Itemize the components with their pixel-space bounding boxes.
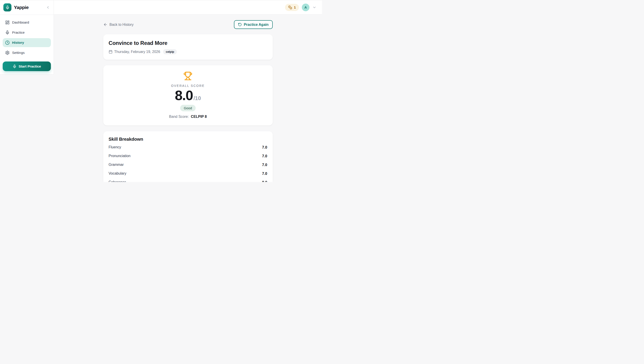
session-card: Convince to Read More Thursday, February… xyxy=(103,34,273,60)
skill-breakdown-heading: Skill Breakdown xyxy=(109,137,267,142)
band-score-value: CELPIP 8 xyxy=(191,115,207,118)
mic-icon xyxy=(12,64,16,68)
band-score-label: Band Score: xyxy=(169,115,189,118)
start-practice-button[interactable]: Start Practice xyxy=(3,62,51,71)
sidebar-item-history[interactable]: History xyxy=(3,38,51,47)
session-title: Convince to Read More xyxy=(109,40,267,46)
skill-label: Grammar xyxy=(109,163,137,167)
skill-value: 8.0 xyxy=(255,180,267,182)
app-logo xyxy=(3,3,12,12)
sidebar-item-label: Settings xyxy=(12,51,25,55)
session-date: Thursday, February 19, 2026 xyxy=(114,50,160,54)
sidebar-item-label: Dashboard xyxy=(12,21,29,25)
sidebar-item-settings[interactable]: Settings xyxy=(3,48,51,57)
skill-row-fluency: Fluency 7.0 xyxy=(109,145,267,149)
sidebar-item-label: Practice xyxy=(12,31,25,35)
overall-score-card: OVERALL SCORE 8.0 /10 Good Band Score: C… xyxy=(103,65,273,125)
back-link-label: Back to History xyxy=(110,23,134,27)
brand-name: Yappie xyxy=(14,5,46,10)
credits-count: 1 xyxy=(294,6,296,9)
topbar: 1 A xyxy=(54,0,322,15)
skill-value: 7.0 xyxy=(255,145,267,149)
chevron-down-icon xyxy=(312,6,316,10)
band-score-row: Band Score: CELPIP 8 xyxy=(169,115,206,119)
actions-row: Back to History Practice Again xyxy=(103,20,273,29)
skill-row-coherence: Coherence 8.0 xyxy=(109,180,267,182)
sidebar-item-dashboard[interactable]: Dashboard xyxy=(3,18,51,27)
avatar[interactable]: A xyxy=(302,4,310,11)
sidebar: Yappie Dashboard Practice History xyxy=(0,0,54,75)
sidebar-item-practice[interactable]: Practice xyxy=(3,28,51,37)
gear-icon xyxy=(5,51,10,55)
skill-breakdown-card: Skill Breakdown Fluency 7.0 Pronunciatio… xyxy=(103,131,273,182)
skill-row-grammar: Grammar 7.0 xyxy=(109,163,267,167)
coins-icon xyxy=(288,6,292,10)
test-type-badge: celpip xyxy=(163,49,177,54)
chevron-left-icon xyxy=(46,6,50,10)
start-practice-label: Start Practice xyxy=(18,64,41,68)
avatar-initial: A xyxy=(304,6,307,9)
skill-value: 7.0 xyxy=(255,171,267,176)
sidebar-header: Yappie xyxy=(0,0,54,15)
practice-again-label: Practice Again xyxy=(244,23,269,27)
main-content: Back to History Practice Again Convince … xyxy=(54,15,322,182)
trophy-icon xyxy=(183,71,192,81)
session-date-row: Thursday, February 19, 2026 xyxy=(109,50,160,54)
sidebar-item-label: History xyxy=(12,41,24,45)
score-value: 8.0 xyxy=(175,88,193,103)
rotate-ccw-icon xyxy=(238,23,242,27)
overall-score-label: OVERALL SCORE xyxy=(171,84,204,88)
score-max: /10 xyxy=(194,95,201,101)
skill-value: 7.0 xyxy=(255,154,267,158)
skill-value: 7.0 xyxy=(255,163,267,167)
sidebar-nav: Dashboard Practice History Settings xyxy=(0,15,54,57)
practice-again-button[interactable]: Practice Again xyxy=(234,20,273,29)
skill-label: Pronunciation xyxy=(109,154,137,158)
skill-label: Coherence xyxy=(109,180,137,182)
rating-badge: Good xyxy=(180,105,196,111)
account-menu-button[interactable] xyxy=(312,6,316,10)
dashboard-icon xyxy=(5,20,10,25)
skill-label: Vocabulary xyxy=(109,171,137,175)
arrow-left-icon xyxy=(103,23,108,27)
skill-row-pronunciation: Pronunciation 7.0 xyxy=(109,154,267,158)
mic-icon xyxy=(6,6,10,10)
calendar-icon xyxy=(109,50,112,54)
clock-icon xyxy=(5,40,10,45)
skill-label: Fluency xyxy=(109,145,137,149)
sidebar-collapse-button[interactable] xyxy=(46,6,50,10)
mic-icon xyxy=(5,30,10,35)
session-meta: Thursday, February 19, 2026 celpip xyxy=(109,49,267,54)
back-to-history-link[interactable]: Back to History xyxy=(103,23,134,27)
credits-badge[interactable]: 1 xyxy=(285,4,299,11)
score-value-row: 8.0 /10 xyxy=(175,88,201,103)
skill-row-vocabulary: Vocabulary 7.0 xyxy=(109,171,267,176)
